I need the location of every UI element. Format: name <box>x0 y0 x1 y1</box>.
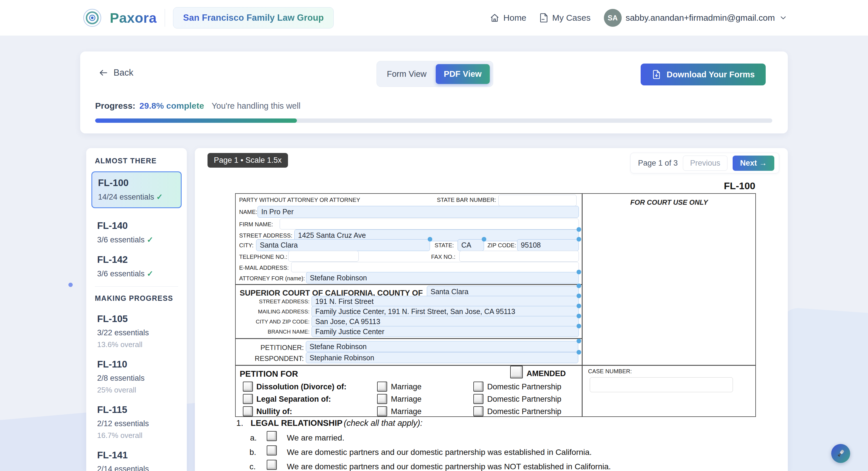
nullity-marriage-checkbox[interactable] <box>377 406 387 416</box>
pagination: Page 1 of 3 Previous Next → <box>630 153 779 173</box>
amended-label: AMENDED <box>527 369 566 378</box>
pdf-view-button[interactable]: PDF View <box>436 64 490 84</box>
field-dot <box>577 237 581 241</box>
name-input[interactable]: In Pro Per <box>257 206 579 218</box>
user-email: sabby.anandan+firmadmin@gmail.com <box>626 13 775 23</box>
legal-item-a-letter: a. <box>250 433 257 443</box>
field-dot <box>577 350 581 355</box>
branch-name-label: BRANCH NAME: <box>236 329 310 335</box>
email-input[interactable] <box>291 262 579 272</box>
field-dot <box>577 324 581 328</box>
brand-name: Paxora <box>110 10 157 26</box>
nullity-checkbox[interactable] <box>243 406 253 416</box>
marriage-label: Marriage <box>391 395 422 404</box>
separation-dp-checkbox[interactable] <box>473 394 484 404</box>
married-checkbox[interactable] <box>267 431 277 441</box>
next-page-button[interactable]: Next → <box>733 155 774 171</box>
pdf-viewer-panel: Page 1 • Scale 1.5x Page 1 of 3 Previous… <box>195 148 788 471</box>
paxora-logo-icon <box>83 8 102 27</box>
legal-item-a-text: We are married. <box>287 433 344 443</box>
field-dot <box>577 314 581 318</box>
petitioner-label: PETITIONER: <box>236 344 304 352</box>
progress-percent: 29.8% complete <box>140 101 204 111</box>
sidebar-item-fl-105[interactable]: FL-105 3/22 essentials 13.6% overall <box>91 309 182 354</box>
court-street-label: STREET ADDRESS: <box>236 298 310 305</box>
state-bar-label: STATE BAR NUMBER: <box>437 197 496 203</box>
forms-sidebar: ALMOST THERE FL-100 14/24 essentials ✓ F… <box>86 148 187 471</box>
petitioner-input[interactable]: Stefane Robinson <box>306 341 578 352</box>
case-number-input[interactable] <box>590 377 733 392</box>
field-dot <box>577 270 581 274</box>
state-label: STATE: <box>435 242 454 249</box>
nav-home[interactable]: Home <box>490 13 526 23</box>
branch-name-input[interactable]: Family Justice Center <box>312 326 579 337</box>
domestic-partnership-label: Domestic Partnership <box>487 382 561 391</box>
nullity-dp-checkbox[interactable] <box>473 406 484 416</box>
back-button[interactable]: Back <box>99 67 133 78</box>
dp-not-established-checkbox[interactable] <box>267 460 277 470</box>
for-court-use-only-label: FOR COURT USE ONLY <box>582 198 756 206</box>
dissolution-dp-checkbox[interactable] <box>473 382 484 392</box>
sidebar-item-fl-100[interactable]: FL-100 14/24 essentials ✓ <box>91 171 182 208</box>
firm-name-input[interactable] <box>280 218 579 230</box>
sidebar-item-fl-140[interactable]: FL-140 3/6 essentials ✓ <box>91 216 182 249</box>
progress-text-row: Progress: 29.8% complete You're handling… <box>95 101 300 111</box>
dissolution-checkbox[interactable] <box>243 382 253 392</box>
legal-title: LEGAL RELATIONSHIP <box>251 418 343 428</box>
sidebar-item-fl-141[interactable]: FL-141 2/14 essentials 14.3% overall <box>91 445 182 471</box>
domestic-partnership-label: Domestic Partnership <box>487 395 561 404</box>
state-input[interactable]: CA <box>458 239 484 251</box>
amended-checkbox[interactable] <box>510 366 523 378</box>
nullity-label: Nullity of: <box>256 407 292 416</box>
legal-subtitle: (check all that apply): <box>344 418 423 428</box>
mailing-address-input[interactable]: Family Justice Center, 191 N. First Stre… <box>312 306 579 317</box>
state-bar-input[interactable] <box>498 195 577 206</box>
city-label: CITY: <box>239 242 253 249</box>
sidebar-item-fl-110[interactable]: FL-110 2/8 essentials 25% overall <box>91 354 182 400</box>
fax-label: FAX NO.: <box>431 254 455 260</box>
dp-established-checkbox[interactable] <box>267 445 277 455</box>
attorney-for-input[interactable]: Stefane Robinson <box>306 272 579 284</box>
attorney-header-label: PARTY WITHOUT ATTORNEY OR ATTORNEY <box>239 197 360 203</box>
respondent-input[interactable]: Stephanie Robinson <box>306 352 578 363</box>
fax-input[interactable] <box>459 251 579 262</box>
progress-note: You're handling this well <box>212 101 300 111</box>
dissolution-label: Dissolution (Divorce) of: <box>256 382 347 391</box>
legal-item-b-text: We are domestic partners and our domesti… <box>287 448 592 457</box>
county-input[interactable]: Santa Clara <box>427 286 579 297</box>
city-zip-label: CITY AND ZIP CODE: <box>236 319 310 325</box>
marriage-label: Marriage <box>391 382 422 391</box>
app-root: Paxora San Francisco Family Law Group Ho… <box>0 0 868 471</box>
domestic-partnership-label: Domestic Partnership <box>487 407 561 416</box>
case-number-label: CASE NUMBER: <box>588 368 632 375</box>
name-label: NAME: <box>239 209 257 215</box>
download-forms-button[interactable]: Download Your Forms <box>641 63 766 85</box>
previous-page-button[interactable]: Previous <box>683 155 727 171</box>
user-menu[interactable]: SA sabby.anandan+firmadmin@gmail.com <box>604 9 787 27</box>
city-input[interactable]: Santa Clara <box>256 239 430 251</box>
field-dot <box>577 304 581 308</box>
separation-marriage-checkbox[interactable] <box>377 394 387 404</box>
legal-item-c-letter: c. <box>249 462 256 471</box>
city-zip-input[interactable]: San Jose, CA 95113 <box>312 316 579 327</box>
download-file-icon <box>652 69 661 79</box>
dissolution-marriage-checkbox[interactable] <box>377 382 387 392</box>
sidebar-divider <box>95 286 178 287</box>
field-dot <box>577 339 581 343</box>
progress-bar-fill <box>95 118 297 123</box>
telephone-input[interactable] <box>288 251 359 262</box>
form-view-button[interactable]: Form View <box>379 64 435 84</box>
sidebar-item-fl-115[interactable]: FL-115 2/12 essentials 16.7% overall <box>91 400 182 445</box>
legal-number: 1. <box>236 418 243 428</box>
sidebar-item-fl-142[interactable]: FL-142 3/6 essentials ✓ <box>91 249 182 284</box>
court-street-input[interactable]: 191 N. First Street <box>312 296 579 307</box>
field-dot <box>482 237 486 241</box>
street-address-label: STREET ADDRESS: <box>239 232 292 239</box>
nav-my-cases[interactable]: My Cases <box>539 13 590 23</box>
legal-separation-checkbox[interactable] <box>243 394 253 404</box>
respondent-label: RESPONDENT: <box>236 355 304 362</box>
check-icon: ✓ <box>147 235 153 244</box>
zip-input[interactable]: 95108 <box>517 239 579 251</box>
voice-assistant-button[interactable] <box>831 444 850 463</box>
fl-100-form: PARTY WITHOUT ATTORNEY OR ATTORNEY STATE… <box>235 193 756 417</box>
